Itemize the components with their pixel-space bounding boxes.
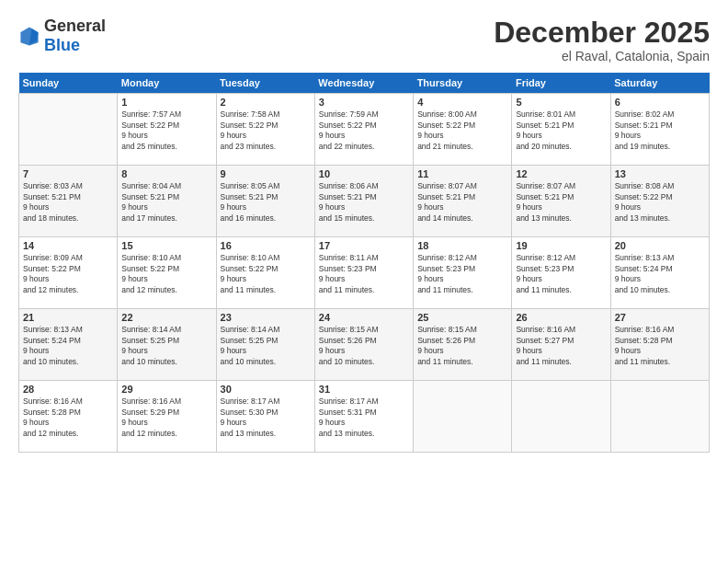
- header-cell-wednesday: Wednesday: [314, 73, 413, 94]
- calendar-cell: [512, 381, 610, 453]
- day-info: Sunrise: 7:57 AMSunset: 5:22 PM9 hoursan…: [121, 109, 211, 152]
- calendar-cell: 15Sunrise: 8:10 AMSunset: 5:22 PM9 hours…: [118, 237, 216, 309]
- day-info: Sunrise: 8:06 AMSunset: 5:21 PM9 hoursan…: [319, 181, 409, 224]
- day-info: Sunrise: 8:10 AMSunset: 5:22 PM9 hoursan…: [121, 253, 211, 295]
- day-info: Sunrise: 8:12 AMSunset: 5:23 PM9 hoursan…: [417, 253, 507, 295]
- calendar-cell: 18Sunrise: 8:12 AMSunset: 5:23 PM9 hours…: [414, 237, 512, 309]
- day-info: Sunrise: 8:15 AMSunset: 5:26 PM9 hoursan…: [319, 325, 409, 367]
- day-number: 19: [516, 240, 606, 251]
- logo-general: General: [44, 17, 106, 35]
- day-info: Sunrise: 8:17 AMSunset: 5:30 PM9 hoursan…: [221, 396, 311, 439]
- day-info: Sunrise: 8:17 AMSunset: 5:31 PM9 hoursan…: [319, 396, 409, 439]
- day-number: 30: [221, 384, 311, 395]
- day-number: 25: [417, 312, 507, 323]
- calendar-cell: 29Sunrise: 8:16 AMSunset: 5:29 PM9 hours…: [118, 381, 216, 453]
- header: General Blue December 2025 el Raval, Cat…: [18, 17, 710, 63]
- calendar-cell: 20Sunrise: 8:13 AMSunset: 5:24 PM9 hours…: [610, 237, 709, 309]
- calendar-cell: 11Sunrise: 8:07 AMSunset: 5:21 PM9 hours…: [414, 166, 512, 237]
- day-number: 26: [516, 312, 606, 323]
- calendar-cell: 9Sunrise: 8:05 AMSunset: 5:21 PM9 hoursa…: [216, 166, 314, 237]
- header-row: SundayMondayTuesdayWednesdayThursdayFrid…: [19, 73, 710, 94]
- day-number: 31: [319, 384, 409, 395]
- day-number: 23: [221, 312, 311, 323]
- day-number: 8: [121, 168, 211, 179]
- day-info: Sunrise: 8:13 AMSunset: 5:24 PM9 hoursan…: [23, 325, 113, 367]
- calendar-cell: 4Sunrise: 8:00 AMSunset: 5:22 PM9 hoursa…: [414, 94, 512, 166]
- calendar-cell: 13Sunrise: 8:08 AMSunset: 5:22 PM9 hours…: [610, 166, 709, 237]
- day-info: Sunrise: 8:16 AMSunset: 5:28 PM9 hoursan…: [615, 325, 705, 367]
- header-cell-thursday: Thursday: [414, 73, 512, 94]
- day-number: 13: [615, 168, 705, 179]
- logo-blue: Blue: [44, 36, 80, 54]
- calendar-cell: 21Sunrise: 8:13 AMSunset: 5:24 PM9 hours…: [19, 309, 118, 381]
- week-row-0: 1Sunrise: 7:57 AMSunset: 5:22 PM9 hoursa…: [19, 94, 710, 166]
- calendar-cell: 14Sunrise: 8:09 AMSunset: 5:22 PM9 hours…: [19, 237, 118, 309]
- calendar-cell: 26Sunrise: 8:16 AMSunset: 5:27 PM9 hours…: [512, 309, 610, 381]
- week-row-4: 28Sunrise: 8:16 AMSunset: 5:28 PM9 hours…: [19, 381, 710, 453]
- day-info: Sunrise: 8:14 AMSunset: 5:25 PM9 hoursan…: [221, 325, 311, 367]
- calendar-cell: 27Sunrise: 8:16 AMSunset: 5:28 PM9 hours…: [610, 309, 709, 381]
- day-info: Sunrise: 7:58 AMSunset: 5:22 PM9 hoursan…: [221, 109, 311, 152]
- calendar-table: SundayMondayTuesdayWednesdayThursdayFrid…: [18, 73, 710, 453]
- day-number: 11: [417, 168, 507, 179]
- calendar-cell: 5Sunrise: 8:01 AMSunset: 5:21 PM9 hoursa…: [512, 94, 610, 166]
- day-info: Sunrise: 8:02 AMSunset: 5:21 PM9 hoursan…: [615, 109, 705, 152]
- calendar-cell: 10Sunrise: 8:06 AMSunset: 5:21 PM9 hours…: [314, 166, 413, 237]
- calendar-cell: 23Sunrise: 8:14 AMSunset: 5:25 PM9 hours…: [216, 309, 314, 381]
- day-number: 10: [319, 168, 409, 179]
- day-number: 15: [121, 240, 211, 251]
- day-number: 17: [319, 240, 409, 251]
- week-row-1: 7Sunrise: 8:03 AMSunset: 5:21 PM9 hoursa…: [19, 166, 710, 237]
- calendar-cell: 28Sunrise: 8:16 AMSunset: 5:28 PM9 hours…: [19, 381, 118, 453]
- calendar-cell: 2Sunrise: 7:58 AMSunset: 5:22 PM9 hoursa…: [216, 94, 314, 166]
- day-info: Sunrise: 8:08 AMSunset: 5:22 PM9 hoursan…: [615, 181, 705, 224]
- title-area: December 2025 el Raval, Catalonia, Spain: [494, 17, 710, 63]
- logo-icon: [18, 25, 40, 47]
- day-number: 28: [23, 384, 113, 395]
- day-info: Sunrise: 8:00 AMSunset: 5:22 PM9 hoursan…: [417, 109, 507, 152]
- day-number: 29: [121, 384, 211, 395]
- day-info: Sunrise: 8:13 AMSunset: 5:24 PM9 hoursan…: [615, 253, 705, 295]
- calendar-cell: 8Sunrise: 8:04 AMSunset: 5:21 PM9 hoursa…: [118, 166, 216, 237]
- day-info: Sunrise: 8:05 AMSunset: 5:21 PM9 hoursan…: [221, 181, 311, 224]
- calendar-cell: 16Sunrise: 8:10 AMSunset: 5:22 PM9 hours…: [216, 237, 314, 309]
- day-number: 2: [221, 97, 311, 108]
- calendar-cell: 25Sunrise: 8:15 AMSunset: 5:26 PM9 hours…: [414, 309, 512, 381]
- header-cell-sunday: Sunday: [19, 73, 118, 94]
- day-number: 1: [121, 97, 211, 108]
- day-info: Sunrise: 8:15 AMSunset: 5:26 PM9 hoursan…: [417, 325, 507, 367]
- header-cell-saturday: Saturday: [610, 73, 709, 94]
- calendar-cell: 17Sunrise: 8:11 AMSunset: 5:23 PM9 hours…: [314, 237, 413, 309]
- calendar-cell: 31Sunrise: 8:17 AMSunset: 5:31 PM9 hours…: [314, 381, 413, 453]
- page: General Blue December 2025 el Raval, Cat…: [0, 0, 728, 563]
- header-cell-tuesday: Tuesday: [216, 73, 314, 94]
- week-row-3: 21Sunrise: 8:13 AMSunset: 5:24 PM9 hours…: [19, 309, 710, 381]
- day-info: Sunrise: 8:12 AMSunset: 5:23 PM9 hoursan…: [516, 253, 606, 295]
- day-info: Sunrise: 8:14 AMSunset: 5:25 PM9 hoursan…: [121, 325, 211, 367]
- day-info: Sunrise: 8:16 AMSunset: 5:27 PM9 hoursan…: [516, 325, 606, 367]
- week-row-2: 14Sunrise: 8:09 AMSunset: 5:22 PM9 hours…: [19, 237, 710, 309]
- month-year: December 2025: [494, 17, 710, 49]
- logo: General Blue: [18, 17, 106, 55]
- day-number: 5: [516, 97, 606, 108]
- day-number: 4: [417, 97, 507, 108]
- day-number: 21: [23, 312, 113, 323]
- day-number: 9: [221, 168, 311, 179]
- day-number: 16: [221, 240, 311, 251]
- day-number: 6: [615, 97, 705, 108]
- calendar-cell: 24Sunrise: 8:15 AMSunset: 5:26 PM9 hours…: [314, 309, 413, 381]
- calendar-cell: 12Sunrise: 8:07 AMSunset: 5:21 PM9 hours…: [512, 166, 610, 237]
- day-info: Sunrise: 8:07 AMSunset: 5:21 PM9 hoursan…: [516, 181, 606, 224]
- day-number: 7: [23, 168, 113, 179]
- calendar-cell: 7Sunrise: 8:03 AMSunset: 5:21 PM9 hoursa…: [19, 166, 118, 237]
- day-info: Sunrise: 8:16 AMSunset: 5:29 PM9 hoursan…: [121, 396, 211, 439]
- day-info: Sunrise: 8:07 AMSunset: 5:21 PM9 hoursan…: [417, 181, 507, 224]
- day-number: 22: [121, 312, 211, 323]
- calendar-cell: 3Sunrise: 7:59 AMSunset: 5:22 PM9 hoursa…: [314, 94, 413, 166]
- location: el Raval, Catalonia, Spain: [494, 49, 710, 63]
- day-info: Sunrise: 8:01 AMSunset: 5:21 PM9 hoursan…: [516, 109, 606, 152]
- day-info: Sunrise: 8:04 AMSunset: 5:21 PM9 hoursan…: [121, 181, 211, 224]
- day-number: 12: [516, 168, 606, 179]
- calendar-cell: [610, 381, 709, 453]
- logo-text: General Blue: [44, 17, 106, 55]
